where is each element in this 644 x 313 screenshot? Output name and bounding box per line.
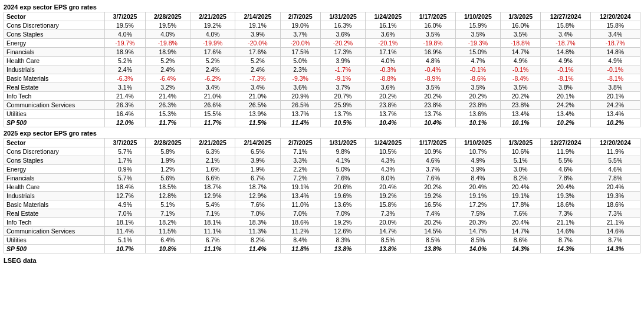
table-2024-header: Sector 3/7/2025 2/28/2025 2/21/2025 2/14… bbox=[4, 12, 640, 21]
value-cell: 5.5% bbox=[590, 156, 640, 165]
value-cell: 5.0% bbox=[280, 57, 320, 65]
sp500-value-cell: 10.8% bbox=[145, 245, 190, 253]
value-cell: 8.6% bbox=[501, 236, 541, 245]
value-cell: 7.6% bbox=[235, 200, 280, 209]
value-cell: 17.2% bbox=[455, 200, 500, 209]
col-2025-header-11: 12/20/2024 bbox=[590, 139, 640, 147]
sector-cell: Info Tech bbox=[4, 92, 105, 101]
table-row: Utilities16.4%15.3%15.5%13.9%13.7%13.7%1… bbox=[4, 110, 640, 118]
value-cell: -8.4% bbox=[501, 74, 541, 83]
value-cell: 19.2% bbox=[320, 218, 365, 227]
value-cell: 3.7% bbox=[280, 30, 320, 39]
value-cell: 25.9% bbox=[320, 101, 365, 110]
table-row: Real Estate3.1%3.2%3.4%3.4%3.6%3.7%3.6%3… bbox=[4, 83, 640, 92]
value-cell: 12.9% bbox=[235, 192, 280, 200]
value-cell: 8.2% bbox=[501, 174, 541, 183]
value-cell: 20.6% bbox=[320, 183, 365, 192]
value-cell: 7.0% bbox=[105, 209, 145, 218]
value-cell: 8.4% bbox=[280, 236, 320, 245]
value-cell: 8.4% bbox=[455, 174, 500, 183]
value-cell: 10.7% bbox=[455, 147, 500, 156]
table-row: Financials18.9%18.9%17.6%17.6%17.5%17.3%… bbox=[4, 48, 640, 57]
value-cell: 5.2% bbox=[190, 57, 235, 65]
table-2024-title: 2024 exp sector EPS gro rates bbox=[4, 2, 640, 12]
value-cell: -20.0% bbox=[235, 39, 280, 48]
value-cell: 14.5% bbox=[410, 227, 455, 236]
value-cell: 7.6% bbox=[320, 174, 365, 183]
sp500-value-cell: 14.0% bbox=[455, 245, 500, 253]
value-cell: 15.0% bbox=[455, 48, 500, 57]
sp500-value-cell: 10.1% bbox=[455, 118, 500, 127]
value-cell: 8.7% bbox=[590, 236, 640, 245]
col-2025-header-3: 2/14/2025 bbox=[235, 139, 280, 147]
value-cell: 13.4% bbox=[501, 110, 541, 118]
value-cell: 7.6% bbox=[501, 209, 541, 218]
sp500-value-cell: 10.2% bbox=[541, 118, 590, 127]
col-2025-header-8: 1/10/2025 bbox=[455, 139, 500, 147]
value-cell: -8.8% bbox=[366, 74, 410, 83]
sector-cell: Communication Services bbox=[4, 101, 105, 110]
value-cell: 16.4% bbox=[105, 110, 145, 118]
sp500-value-cell: 14.3% bbox=[541, 245, 590, 253]
value-cell: 8.2% bbox=[235, 236, 280, 245]
value-cell: 5.5% bbox=[541, 156, 590, 165]
value-cell: 16.0% bbox=[410, 21, 455, 30]
value-cell: 3.8% bbox=[541, 83, 590, 92]
value-cell: 23.8% bbox=[455, 101, 500, 110]
value-cell: 2.4% bbox=[105, 65, 145, 74]
table-row: Real Estate7.0%7.1%7.1%7.0%7.0%7.0%7.3%7… bbox=[4, 209, 640, 218]
table-2024-body: Cons Discretionary19.5%19.5%19.2%19.1%19… bbox=[4, 21, 640, 127]
value-cell: 4.6% bbox=[541, 165, 590, 174]
value-cell: 4.9% bbox=[455, 156, 500, 165]
col-2025-header-4: 2/7/2025 bbox=[280, 139, 320, 147]
value-cell: 4.0% bbox=[366, 57, 410, 65]
value-cell: 11.4% bbox=[105, 227, 145, 236]
value-cell: 11.9% bbox=[541, 147, 590, 156]
value-cell: 4.1% bbox=[320, 156, 365, 165]
value-cell: 0.9% bbox=[105, 165, 145, 174]
value-cell: 14.7% bbox=[455, 227, 500, 236]
value-cell: 15.8% bbox=[590, 21, 640, 30]
lseg-data-note: LSEG data bbox=[4, 255, 640, 266]
value-cell: 17.8% bbox=[501, 200, 541, 209]
value-cell: -20.0% bbox=[280, 39, 320, 48]
value-cell: 20.1% bbox=[541, 92, 590, 101]
table-row: Industrials2.4%2.4%2.4%2.4%2.3%-1.7%-0.3… bbox=[4, 65, 640, 74]
table-2024: Sector 3/7/2025 2/28/2025 2/21/2025 2/14… bbox=[4, 12, 640, 127]
table-row: Health Care5.2%5.2%5.2%5.2%5.0%3.9%4.0%4… bbox=[4, 57, 640, 65]
col-header-2: 2/21/2025 bbox=[190, 12, 235, 21]
col-header-5: 1/31/2025 bbox=[320, 12, 365, 21]
sector-cell: Energy bbox=[4, 39, 105, 48]
value-cell: 19.1% bbox=[235, 21, 280, 30]
value-cell: 18.6% bbox=[280, 218, 320, 227]
table-row: Basic Materials4.9%5.1%5.4%7.6%11.0%13.6… bbox=[4, 200, 640, 209]
value-cell: 17.6% bbox=[235, 48, 280, 57]
col-2025-header-0: 3/7/2025 bbox=[105, 139, 145, 147]
value-cell: 2.3% bbox=[280, 65, 320, 74]
sp500-value-cell: 10.2% bbox=[590, 118, 640, 127]
value-cell: 13.6% bbox=[455, 110, 500, 118]
table-2025-body: Cons Discretionary5.7%5.8%6.3%6.5%7.1%9.… bbox=[4, 147, 640, 253]
value-cell: 2.4% bbox=[190, 65, 235, 74]
value-cell: 1.2% bbox=[145, 165, 190, 174]
value-cell: 17.1% bbox=[366, 48, 410, 57]
value-cell: 18.1% bbox=[190, 218, 235, 227]
value-cell: 18.6% bbox=[541, 200, 590, 209]
value-cell: 18.9% bbox=[145, 48, 190, 57]
value-cell: 7.3% bbox=[541, 209, 590, 218]
col-header-9: 1/3/2025 bbox=[501, 12, 541, 21]
value-cell: 3.5% bbox=[455, 30, 500, 39]
value-cell: 10.6% bbox=[501, 147, 541, 156]
value-cell: 8.5% bbox=[366, 236, 410, 245]
sector-cell: Basic Materials bbox=[4, 74, 105, 83]
value-cell: 7.6% bbox=[410, 174, 455, 183]
col-header-10: 12/27/2024 bbox=[541, 12, 590, 21]
value-cell: 4.8% bbox=[410, 57, 455, 65]
value-cell: 21.4% bbox=[105, 92, 145, 101]
value-cell: 14.6% bbox=[590, 227, 640, 236]
value-cell: -0.1% bbox=[541, 65, 590, 74]
main-container: 2024 exp sector EPS gro rates Sector 3/7… bbox=[0, 0, 644, 269]
value-cell: 4.3% bbox=[366, 165, 410, 174]
value-cell: 18.7% bbox=[190, 183, 235, 192]
value-cell: 13.7% bbox=[366, 110, 410, 118]
